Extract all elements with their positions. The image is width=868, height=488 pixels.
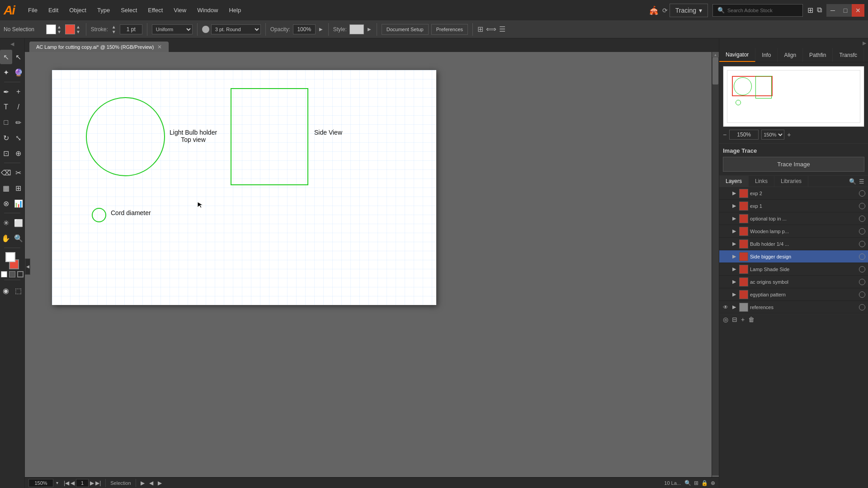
layer-expand-opt[interactable]: ▶ xyxy=(731,216,737,221)
menu-type[interactable]: Type xyxy=(92,0,115,20)
canvas-background[interactable]: ◀ Light Bulb holder Top view Side View C… xyxy=(25,52,712,481)
path-eraser-tool[interactable]: ⌫ xyxy=(0,165,12,180)
stroke-down-arrow[interactable]: ▼ xyxy=(75,29,81,34)
layer-item-bulb-holder[interactable]: ▶ Bulb holder 1/4 ... xyxy=(719,238,868,250)
tab-transform[interactable]: Transfc xyxy=(833,48,864,62)
layer-item-side-bigger[interactable]: ▶ Side bigger design xyxy=(719,250,868,263)
trace-image-button[interactable]: Trace Image xyxy=(723,157,864,172)
preferences-button[interactable]: Preferences xyxy=(431,24,468,35)
arrange-icon[interactable]: ⧉ xyxy=(817,6,822,14)
menu-object[interactable]: Object xyxy=(64,0,92,20)
menu-effect[interactable]: Effect xyxy=(142,0,168,20)
transform-icon[interactable]: ⟺ xyxy=(486,25,496,33)
align-icon[interactable]: ⊞ xyxy=(477,25,483,33)
stroke-weight-up[interactable]: ▲ xyxy=(111,24,117,29)
layer-item-optional-top[interactable]: ▶ optional top in ... xyxy=(719,212,868,225)
lasso-tool[interactable]: 🔮 xyxy=(13,65,25,80)
grid-icon[interactable]: ⊞ xyxy=(807,6,813,14)
scroll-up-btn[interactable]: ▲ xyxy=(712,52,719,57)
grid-status-icon[interactable]: ⊞ xyxy=(694,480,698,486)
menu-view[interactable]: View xyxy=(168,0,192,20)
style-swatch[interactable] xyxy=(349,24,364,34)
scroll-left-status[interactable]: ◀ xyxy=(149,480,153,486)
brush-size-select[interactable]: 3 pt. Round xyxy=(211,24,261,34)
tracing-dropdown[interactable]: Tracing ▾ xyxy=(670,4,708,17)
layer-item-lamp-shade[interactable]: ▶ Lamp Shade Side xyxy=(719,263,868,276)
stroke-weight-down[interactable]: ▼ xyxy=(111,29,117,34)
fill-up-arrow[interactable]: ▲ xyxy=(56,24,62,29)
play-animation-btn[interactable]: ▶ xyxy=(141,480,145,486)
tab-navigator[interactable]: Navigator xyxy=(719,48,755,62)
create-layer-btn[interactable]: + xyxy=(741,316,745,323)
brush-tool[interactable]: ✏ xyxy=(13,115,25,130)
more-status-icon[interactable]: ⊕ xyxy=(711,480,715,486)
puppet-warp-tool[interactable]: ⊕ xyxy=(13,146,25,160)
layers-search-btn[interactable]: 🔍 xyxy=(849,178,856,185)
menu-help[interactable]: Help xyxy=(223,0,246,20)
fill-color-display[interactable] xyxy=(5,252,15,262)
selection-tool[interactable]: ↖ xyxy=(0,50,12,64)
brush-profile-select[interactable]: Uniform xyxy=(152,24,193,34)
zoom-dropdown-btn[interactable]: ▾ xyxy=(55,480,59,485)
magic-wand-tool[interactable]: ✦ xyxy=(0,65,12,80)
tab-pathfinder[interactable]: Pathfin xyxy=(803,48,833,62)
direct-selection-tool[interactable]: ↖ xyxy=(13,50,25,64)
layer-item-references[interactable]: 👁 ▶ references xyxy=(719,301,868,314)
make-clipping-btn[interactable]: ⊟ xyxy=(732,316,737,323)
left-toolbar-collapse[interactable]: ◀ xyxy=(10,41,14,47)
opacity-input[interactable] xyxy=(293,24,316,34)
layer-item-wooden-lamp[interactable]: ▶ Wooden lamp p... xyxy=(719,225,868,238)
layer-eye-references[interactable]: 👁 xyxy=(722,304,729,310)
vertical-scrollbar[interactable]: ▲ ▼ xyxy=(712,52,719,481)
layer-expand-side[interactable]: ▶ xyxy=(731,253,737,259)
nav-zoom-select[interactable]: 150% 100% 200% 50% xyxy=(761,130,784,140)
free-transform-tool[interactable]: ⊡ xyxy=(0,146,12,160)
layer-target-exp1[interactable] xyxy=(859,203,865,209)
fill-swatch[interactable] xyxy=(46,24,56,34)
layer-expand-shade[interactable]: ▶ xyxy=(731,266,737,272)
menu-file[interactable]: File xyxy=(23,0,43,20)
tab-close-button[interactable]: ✕ xyxy=(157,44,162,50)
rect-tool[interactable]: □ xyxy=(0,115,12,130)
nav-zoom-input[interactable] xyxy=(729,130,759,140)
fill-down-arrow[interactable]: ▼ xyxy=(56,29,62,34)
prev-artboard-btn[interactable]: ◀ xyxy=(71,480,75,486)
stroke-up-arrow[interactable]: ▲ xyxy=(75,24,81,29)
symbol-sprayer-tool[interactable]: ✳ xyxy=(0,216,12,230)
zoom-level-input[interactable] xyxy=(28,479,53,487)
menu-edit[interactable]: Edit xyxy=(43,0,64,20)
zoom-in-btn[interactable]: + xyxy=(787,131,791,138)
zoom-tool[interactable]: 🔍 xyxy=(13,231,25,245)
scale-tool[interactable]: ⤡ xyxy=(13,131,25,145)
left-panel-toggle[interactable]: ◀ xyxy=(25,258,30,275)
normal-mode-icon[interactable] xyxy=(1,271,7,277)
tab-info[interactable]: Info xyxy=(755,48,778,62)
artboard-number-input[interactable] xyxy=(76,479,89,487)
gradient-mode-icon[interactable] xyxy=(9,271,15,277)
last-artboard-btn[interactable]: ▶| xyxy=(95,480,101,486)
search-status-icon[interactable]: 🔍 xyxy=(684,480,691,486)
document-tab[interactable]: AC Lamp for cutting copy.ai* @ 150% (RGB… xyxy=(29,42,169,52)
menu-window[interactable]: Window xyxy=(192,0,223,20)
add-anchor-tool[interactable]: + xyxy=(13,84,25,99)
layers-tab[interactable]: Layers xyxy=(719,176,749,187)
layer-expand-ac[interactable]: ▶ xyxy=(731,279,737,285)
layers-menu-btn[interactable]: ☰ xyxy=(859,178,864,185)
layer-target-exp2[interactable] xyxy=(859,190,865,197)
style-expand[interactable]: ▶ xyxy=(367,27,372,32)
layer-item-ac-origins[interactable]: ▶ ac origins symbol xyxy=(719,276,868,288)
rotate-tool[interactable]: ↻ xyxy=(0,131,12,145)
layer-expand-eg[interactable]: ▶ xyxy=(731,291,737,297)
stroke-swatch[interactable] xyxy=(65,24,75,34)
doc-setup-button[interactable]: Document Setup xyxy=(382,24,429,35)
links-tab[interactable]: Links xyxy=(749,176,774,187)
right-panel-collapse[interactable]: ▶ xyxy=(719,38,868,48)
layer-expand-exp2[interactable]: ▶ xyxy=(731,190,737,196)
text-tool[interactable]: T xyxy=(0,100,12,114)
next-artboard-btn[interactable]: ▶ xyxy=(90,480,94,486)
layer-target-ac[interactable] xyxy=(859,279,865,285)
blend-tool[interactable]: ⊗ xyxy=(0,196,12,211)
layer-target-side[interactable] xyxy=(859,253,865,260)
menu-select[interactable]: Select xyxy=(115,0,142,20)
first-artboard-btn[interactable]: |◀ xyxy=(64,480,69,486)
